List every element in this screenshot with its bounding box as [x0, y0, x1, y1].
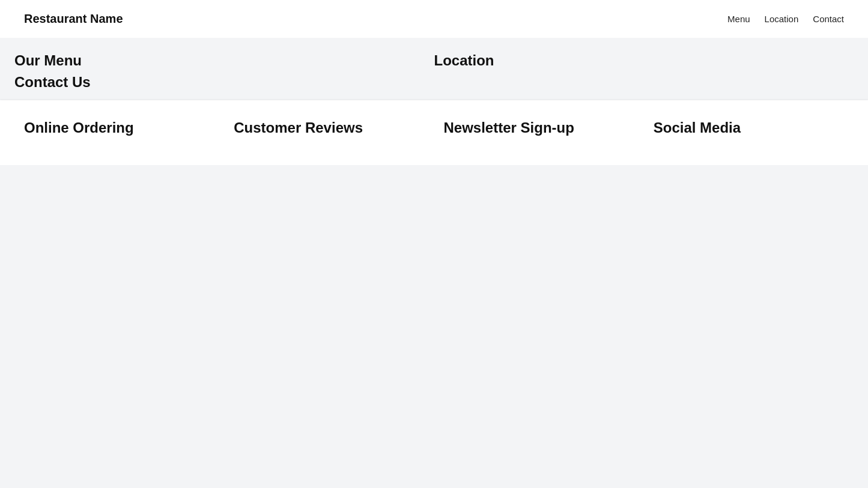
site-logo: Restaurant Name: [24, 12, 123, 26]
nav-location[interactable]: Location: [765, 14, 799, 24]
footer-col-social: Social Media: [644, 115, 854, 141]
footer-col-reviews: Customer Reviews: [224, 115, 434, 141]
location-title: Location: [434, 52, 854, 69]
menu-title: Our Menu: [14, 52, 434, 69]
contact-title: Contact Us: [14, 74, 434, 91]
footer-col-ordering: Online Ordering: [14, 115, 224, 141]
main-section: Our Menu Contact Us Location: [0, 38, 868, 100]
footer-reviews-title: Customer Reviews: [234, 119, 424, 136]
nav-contact[interactable]: Contact: [813, 14, 844, 24]
footer-social-title: Social Media: [654, 119, 844, 136]
footer-newsletter-title: Newsletter Sign-up: [444, 119, 634, 136]
body-bg: [0, 165, 868, 465]
main-nav: Menu Location Contact: [727, 14, 844, 24]
site-footer: Online Ordering Customer Reviews Newslet…: [0, 100, 868, 165]
nav-menu[interactable]: Menu: [727, 14, 750, 24]
main-left: Our Menu Contact Us: [14, 52, 434, 91]
main-right: Location: [434, 52, 854, 91]
footer-col-newsletter: Newsletter Sign-up: [434, 115, 644, 141]
site-header: Restaurant Name Menu Location Contact: [0, 0, 868, 38]
footer-ordering-title: Online Ordering: [24, 119, 214, 136]
